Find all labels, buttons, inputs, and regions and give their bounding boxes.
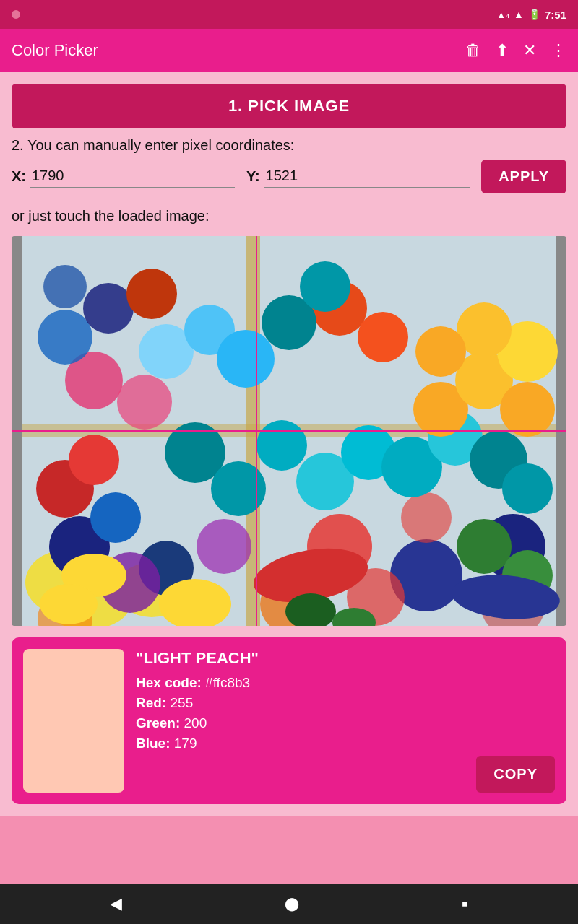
- step2-section: 2. You can manually enter pixel coordina…: [12, 137, 566, 199]
- green-value: 200: [184, 715, 207, 731]
- coord-row: X: Y: APPLY: [12, 160, 566, 193]
- battery-icon: 🔋: [528, 9, 540, 20]
- back-nav-icon[interactable]: ◀: [110, 894, 122, 913]
- svg-point-49: [40, 584, 98, 624]
- pick-image-button[interactable]: 1. PICK IMAGE: [12, 84, 566, 128]
- svg-point-29: [502, 463, 553, 514]
- svg-point-8: [90, 492, 141, 543]
- crosshair-vertical: [256, 236, 257, 626]
- hex-detail: Hex code: #ffc8b3: [136, 675, 555, 691]
- close-icon[interactable]: ✕: [523, 41, 536, 60]
- status-bar: ▲₄ ▲ 🔋 7:51: [0, 0, 578, 29]
- svg-point-37: [415, 326, 466, 377]
- blue-detail: Blue: 179: [136, 736, 555, 751]
- svg-point-14: [69, 435, 119, 485]
- trash-icon[interactable]: 🗑: [465, 41, 481, 60]
- svg-point-30: [457, 519, 512, 574]
- app-bar: Color Picker 🗑 ⬆ ✕ ⋮: [0, 29, 578, 72]
- red-detail: Red: 255: [136, 695, 555, 711]
- x-label: X:: [12, 168, 26, 185]
- color-swatch: [23, 649, 124, 793]
- color-name: "LIGHT PEACH": [136, 649, 555, 668]
- svg-point-22: [211, 461, 266, 516]
- svg-point-23: [256, 420, 307, 471]
- svg-point-57: [300, 261, 350, 312]
- x-coord-group: X:: [12, 165, 235, 188]
- color-info: "LIGHT PEACH" Hex code: #ffc8b3 Red: 255…: [136, 649, 555, 793]
- svg-point-42: [217, 330, 275, 388]
- svg-point-12: [197, 519, 251, 574]
- hex-value: #ffc8b3: [205, 675, 250, 690]
- blue-label: Blue:: [136, 736, 171, 751]
- x-input[interactable]: [30, 165, 235, 188]
- color-result-card: "LIGHT PEACH" Hex code: #ffc8b3 Red: 255…: [12, 637, 566, 804]
- green-detail: Green: 200: [136, 715, 555, 731]
- crosshair-horizontal: [12, 430, 566, 432]
- red-value: 255: [171, 695, 194, 710]
- status-left: [12, 10, 491, 19]
- copy-button[interactable]: COPY: [476, 756, 555, 793]
- svg-point-50: [38, 310, 92, 365]
- touch-label: or just touch the loaded image:: [12, 208, 566, 225]
- app-title: Color Picker: [12, 41, 457, 60]
- step2-label: 2. You can manually enter pixel coordina…: [12, 137, 566, 154]
- app-bar-actions: 🗑 ⬆ ✕ ⋮: [465, 41, 566, 60]
- svg-point-55: [358, 312, 408, 362]
- recents-nav-icon[interactable]: ▪: [462, 894, 468, 914]
- y-coord-group: Y:: [246, 165, 470, 188]
- bottom-nav: ◀ ⬤ ▪: [0, 884, 578, 924]
- y-label: Y:: [246, 168, 260, 185]
- home-nav-icon[interactable]: ⬤: [285, 896, 299, 912]
- apply-button[interactable]: APPLY: [481, 160, 566, 193]
- svg-point-34: [500, 382, 555, 437]
- status-time: 7:51: [545, 9, 566, 21]
- signal-icon: ▲₄: [496, 9, 509, 20]
- more-icon[interactable]: ⋮: [551, 41, 566, 60]
- svg-point-39: [117, 375, 172, 430]
- status-dot: [12, 10, 20, 19]
- green-label: Green:: [136, 715, 180, 731]
- status-icons: ▲₄ ▲ 🔋 7:51: [496, 9, 566, 21]
- image-container[interactable]: [12, 236, 566, 626]
- blue-value: 179: [174, 736, 197, 751]
- hex-label: Hex code:: [136, 675, 202, 690]
- svg-point-53: [126, 269, 177, 319]
- main-content: 1. PICK IMAGE 2. You can manually enter …: [0, 72, 578, 816]
- svg-point-51: [83, 283, 134, 334]
- upload-icon[interactable]: ⬆: [496, 41, 509, 60]
- wifi-icon: ▲: [514, 9, 524, 20]
- svg-point-52: [43, 265, 87, 308]
- y-input[interactable]: [264, 165, 470, 188]
- red-label: Red:: [136, 695, 166, 710]
- svg-point-17: [401, 492, 452, 543]
